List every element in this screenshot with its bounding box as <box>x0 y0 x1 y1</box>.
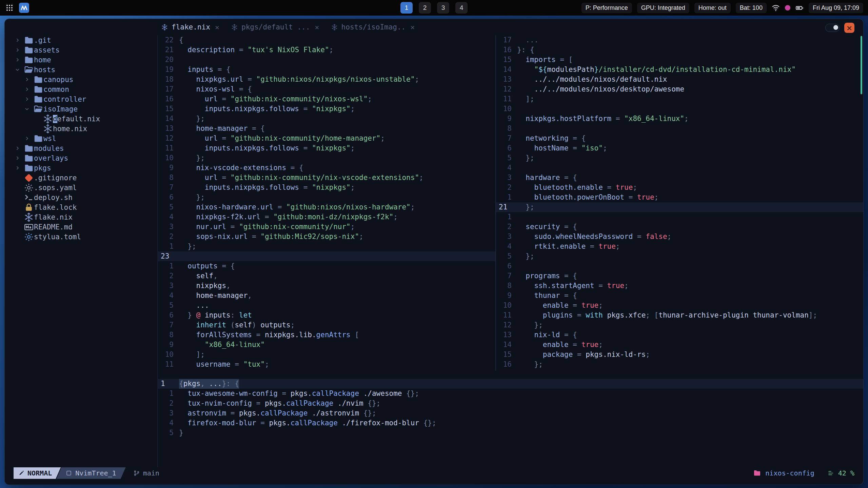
tab-pkgs-default[interactable]: pkgs/default ...× <box>231 23 319 32</box>
tree-item-flake-lock[interactable]: flake.lock <box>15 202 167 212</box>
battery-status[interactable]: Bat: 100 <box>736 3 767 13</box>
workspace-switcher: 1234 <box>400 2 468 14</box>
code-token: "nixpkgs" <box>312 105 351 113</box>
code-token: ]; <box>517 95 534 103</box>
window-toggle[interactable] <box>825 24 840 32</box>
line-number: 1 <box>161 242 174 251</box>
tree-item-controller[interactable]: controller <box>15 94 167 104</box>
tree-item-canopus[interactable]: canopus <box>15 75 167 84</box>
code-line: 19 inputs = { <box>158 65 495 75</box>
line-number: 15 <box>161 104 174 114</box>
tree-item-isoimage[interactable]: isoImage <box>15 104 167 114</box>
tree-item-gitignore[interactable]: .gitignore <box>15 173 167 183</box>
tree-item-stylua-toml[interactable]: stylua.toml <box>15 232 167 242</box>
tree-item-deploy-sh[interactable]: deploy.sh <box>15 192 167 202</box>
window-close-button[interactable]: × <box>844 23 854 33</box>
tree-item-home[interactable]: home <box>15 55 167 65</box>
network-icon[interactable] <box>772 4 780 12</box>
workspace-button-3[interactable]: 3 <box>437 2 449 14</box>
editor-pane-flake-nix[interactable]: 22{21 description = "tux's NixOS Flake";… <box>158 35 495 371</box>
code-text: nixpkgs, <box>179 281 231 291</box>
code-token: pkgs.xfce <box>603 311 646 319</box>
code-line: 16}: { <box>496 45 863 55</box>
code-token: }; <box>517 321 543 329</box>
line-number: 16 <box>499 360 512 369</box>
tree-item-label: hosts <box>34 66 55 74</box>
buffer-indicator: NvimTree_1 <box>56 467 125 479</box>
folder-icon <box>24 163 34 173</box>
code-text: home-manager, <box>179 291 252 301</box>
editor-pane-pkgs-default-nix[interactable]: 1{pkgs, ...}: {1 tux-awesome-wm-config =… <box>158 371 863 438</box>
line-number: 21 <box>499 202 512 212</box>
chevron-right-icon <box>15 156 24 161</box>
apps-grid-icon[interactable] <box>5 4 14 12</box>
code-token: bluetooth.enable <box>517 183 603 191</box>
tree-item-common[interactable]: common <box>15 84 167 94</box>
code-token: nix-ld <box>517 331 560 339</box>
gpu-status[interactable]: GPU: Integrated <box>637 3 689 13</box>
tree-item-pkgs[interactable]: pkgs <box>15 163 167 173</box>
editor-pane-iso-default-nix[interactable]: 17 ...16}: {15 imports = [14 "${modulesP… <box>495 35 863 371</box>
code-token: nur.url <box>179 223 226 231</box>
battery-icon[interactable] <box>795 4 804 12</box>
tree-item-hosts[interactable]: hosts <box>15 65 167 75</box>
code-token: pkgs. <box>239 409 260 417</box>
color-picker-icon[interactable] <box>785 5 790 11</box>
code-token: = <box>218 134 231 142</box>
tab-label: flake.nix <box>172 23 210 31</box>
code-token: thunar <box>517 291 560 300</box>
workspace-button-4[interactable]: 4 <box>455 2 468 14</box>
tab-flake-nix[interactable]: flake.nix× <box>161 23 219 32</box>
code-line: 11 plugins = with pkgs.xfce; [thunar-arc… <box>496 310 863 320</box>
code-line: 15 inputs.nixpkgs.follows = "nixpkgs"; <box>158 104 495 114</box>
tree-item-home-nix[interactable]: home.nix <box>15 124 167 134</box>
folder-icon <box>24 35 34 45</box>
tree-item-modules[interactable]: modules <box>15 143 167 153</box>
code-text: hardware = { <box>517 173 577 183</box>
chevron-right-icon <box>24 136 33 141</box>
power-profile-status[interactable]: P: Performance <box>581 3 632 13</box>
tree-item-readme-md[interactable]: README.md <box>15 222 167 232</box>
code-token: true <box>598 242 616 250</box>
code-text: forAllSystems = nixpkgs.lib.genAttrs [ <box>179 330 359 340</box>
tree-item-label: README.md <box>34 223 73 231</box>
tree-item-label: common <box>43 85 69 94</box>
code-token: pkgs <box>183 380 201 388</box>
scrollbar-thumb[interactable] <box>861 36 862 94</box>
tab-bar: flake.nix×pkgs/default ...×hosts/isoImag… <box>161 19 415 35</box>
line-number: 14 <box>499 340 512 350</box>
code-token: false <box>646 232 667 241</box>
code-token: = <box>248 232 260 241</box>
code-token: programs <box>517 272 560 280</box>
distro-logo-icon[interactable] <box>19 3 29 13</box>
code-token: url <box>179 134 218 142</box>
tree-item-git[interactable]: .git <box>15 35 167 45</box>
code-text: }: { <box>517 45 534 55</box>
code-text: plugins = with pkgs.xfce; [thunar-archiv… <box>517 310 817 320</box>
tab-close-icon[interactable]: × <box>215 23 219 32</box>
tab-close-icon[interactable]: × <box>315 23 319 32</box>
code-token: home-manager <box>179 124 248 133</box>
tree-item-sops-yaml[interactable]: .sops.yaml <box>15 183 167 192</box>
tab-close-icon[interactable]: × <box>410 23 415 32</box>
line-number: 3 <box>161 408 174 418</box>
workspace-button-1[interactable]: 1 <box>400 2 413 14</box>
tree-item-flake-nix[interactable]: flake.nix <box>15 212 167 222</box>
code-line: 16 }; <box>496 360 863 369</box>
tree-item-default-nix[interactable]: default.nix <box>15 114 167 124</box>
tree-item-overlays[interactable]: overlays <box>15 153 167 163</box>
line-number: 1 <box>161 379 174 389</box>
code-token: "github:nix-community/nixos-wsl" <box>231 95 368 103</box>
line-number: 17 <box>161 84 174 94</box>
tree-item-label: .gitignore <box>34 174 77 182</box>
workspace-button-2[interactable]: 2 <box>419 2 431 14</box>
line-number: 9 <box>499 291 512 301</box>
code-token: ; <box>411 203 415 211</box>
code-token: true <box>637 193 654 201</box>
code-token: = { <box>286 164 303 172</box>
home-status[interactable]: Home: out <box>694 3 731 13</box>
code-token: = { <box>560 331 577 339</box>
tab-hosts-isoimag[interactable]: hosts/isoImag..× <box>331 23 415 32</box>
tree-item-wsl[interactable]: wsl <box>15 134 167 143</box>
tree-item-assets[interactable]: assets <box>15 45 167 55</box>
